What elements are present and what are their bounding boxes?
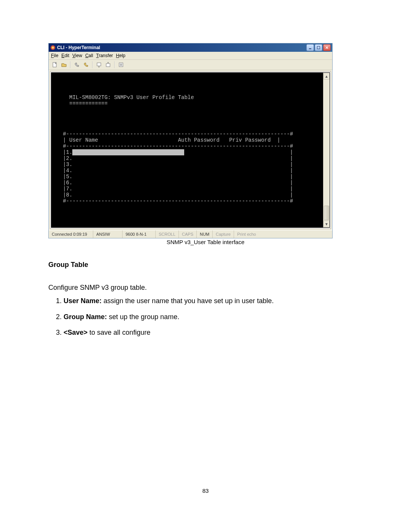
menu-call[interactable]: Call xyxy=(85,53,93,58)
list-item: <Save> to save all configure xyxy=(64,327,363,339)
svg-rect-5 xyxy=(97,63,101,66)
table-row: |2. | xyxy=(53,155,293,161)
toolbar xyxy=(49,60,332,70)
menu-view[interactable]: View xyxy=(72,53,82,58)
scroll-thumb[interactable] xyxy=(324,206,329,220)
terminal-screen[interactable]: MIL-SM8002TG: SNMPv3 User Profile Table … xyxy=(51,72,330,228)
window-title: CLI - HyperTerminal xyxy=(57,45,306,50)
status-capture: Capture xyxy=(213,230,234,238)
vertical-scrollbar[interactable]: ▲ ▼ xyxy=(323,73,330,227)
properties-icon[interactable] xyxy=(117,61,125,69)
disconnect-icon[interactable] xyxy=(82,61,90,69)
menu-edit[interactable]: Edit xyxy=(61,53,69,58)
list-item: User Name: assign the user name that you… xyxy=(64,295,363,307)
status-port: 9600 8-N-1 xyxy=(123,230,156,238)
figure-caption: SNMP v3_User Table interface xyxy=(0,239,411,245)
menu-file[interactable]: File xyxy=(51,53,58,58)
instruction-list: User Name: assign the user name that you… xyxy=(48,295,363,339)
menubar: File Edit View Call Transfer Help xyxy=(49,52,332,60)
new-icon[interactable] xyxy=(51,61,59,69)
table-row: |4. | xyxy=(53,168,293,174)
open-icon[interactable] xyxy=(60,61,68,69)
terminal-container: MIL-SM8002TG: SNMPv3 User Profile Table … xyxy=(50,71,331,229)
term-table-head: | User Name Auth Password Priv Password … xyxy=(53,137,280,143)
status-caps: CAPS xyxy=(179,230,197,238)
svg-point-1 xyxy=(52,46,54,49)
svg-rect-6 xyxy=(106,64,110,67)
scroll-track[interactable] xyxy=(323,80,330,205)
window-titlebar[interactable]: CLI - HyperTerminal xyxy=(49,43,332,52)
receive-icon[interactable] xyxy=(104,61,112,69)
scroll-up-icon[interactable]: ▲ xyxy=(323,73,330,80)
menu-transfer[interactable]: Transfer xyxy=(96,53,113,58)
status-printecho: Print echo xyxy=(234,230,259,238)
svg-rect-3 xyxy=(317,46,320,49)
window-buttons xyxy=(306,44,331,51)
call-icon[interactable] xyxy=(73,61,81,69)
table-row: |1. | xyxy=(53,149,293,155)
table-row: |7. | xyxy=(53,186,293,192)
menu-help[interactable]: Help xyxy=(116,53,126,58)
close-button[interactable] xyxy=(323,44,331,51)
document-body: Group Table Configure SNMP v3 group tabl… xyxy=(48,259,363,343)
term-divider: ============ xyxy=(53,101,108,107)
toolbar-separator xyxy=(92,61,93,68)
scroll-down-icon[interactable]: ▼ xyxy=(323,220,330,227)
user-input-field[interactable] xyxy=(72,149,184,155)
hyperterminal-window: CLI - HyperTerminal File Edit View Call … xyxy=(48,43,333,238)
table-row: |5. | xyxy=(53,174,293,180)
minimize-button[interactable] xyxy=(306,44,314,51)
status-num: NUM xyxy=(197,230,213,238)
svg-rect-2 xyxy=(309,48,311,49)
term-table-top: #---------------------------------------… xyxy=(53,131,293,137)
status-connected: Connected 0:09:19 xyxy=(49,230,93,238)
page-number: 83 xyxy=(0,487,411,494)
document-page: CLI - HyperTerminal File Edit View Call … xyxy=(0,0,411,532)
app-icon xyxy=(50,45,56,50)
statusbar: Connected 0:09:19 ANSIW 9600 8-N-1 SCROL… xyxy=(49,230,332,238)
toolbar-separator xyxy=(70,61,71,68)
send-icon[interactable] xyxy=(95,61,103,69)
table-row: |8. | xyxy=(53,192,293,198)
table-row: |6. | xyxy=(53,180,293,186)
term-table-sep: #---------------------------------------… xyxy=(53,143,293,149)
toolbar-separator xyxy=(114,61,115,68)
status-scroll: SCROLL xyxy=(156,230,179,238)
intro-paragraph: Configure SNMP v3 group table. xyxy=(48,282,363,294)
status-emulation: ANSIW xyxy=(93,230,123,238)
maximize-button[interactable] xyxy=(315,44,322,51)
table-row: |3. | xyxy=(53,161,293,168)
term-header: MIL-SM8002TG: SNMPv3 User Profile Table xyxy=(53,94,194,101)
section-heading: Group Table xyxy=(48,259,363,271)
list-item: Group Name: set up the group name. xyxy=(64,311,363,323)
term-table-bottom: #---------------------------------------… xyxy=(53,198,293,204)
